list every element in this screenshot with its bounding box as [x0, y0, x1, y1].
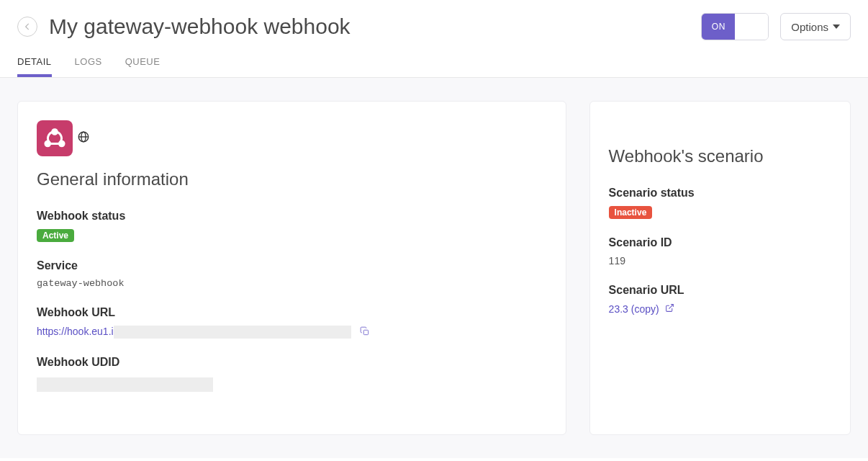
- globe-icon: [77, 130, 90, 146]
- service-value: gateway-webhook: [37, 278, 547, 289]
- options-button[interactable]: Options: [780, 13, 851, 40]
- scenario-url-label: Scenario URL: [609, 284, 831, 297]
- tab-queue[interactable]: QUEUE: [125, 49, 161, 77]
- scenario-id-label: Scenario ID: [609, 236, 831, 249]
- back-button[interactable]: [17, 17, 37, 37]
- toggle-on-label: ON: [702, 14, 735, 40]
- tab-logs[interactable]: LOGS: [75, 49, 102, 77]
- external-link-icon: [665, 303, 674, 315]
- scenario-status-badge: Inactive: [609, 206, 653, 219]
- on-off-toggle[interactable]: ON: [701, 13, 769, 40]
- svg-line-7: [669, 305, 673, 309]
- webhook-udid-redacted: [37, 377, 213, 392]
- chevron-down-icon: [833, 24, 840, 29]
- page-title: My gateway-webhook webhook: [49, 14, 351, 39]
- webhook-icon: [37, 120, 73, 156]
- service-label: Service: [37, 259, 547, 272]
- scenario-title: Webhook's scenario: [609, 146, 831, 166]
- svg-rect-6: [363, 331, 368, 335]
- tab-detail[interactable]: DETAIL: [17, 49, 52, 77]
- general-info-title: General information: [37, 169, 547, 189]
- scenario-url-link[interactable]: 23.3 (copy): [609, 303, 674, 315]
- webhook-url-label: Webhook URL: [37, 306, 547, 319]
- arrow-left-icon: [22, 22, 32, 32]
- webhook-url-link[interactable]: https://hook.eu1.i: [37, 326, 114, 337]
- scenario-url-text: 23.3 (copy): [609, 303, 659, 315]
- general-info-card: General information Webhook status Activ…: [17, 101, 566, 435]
- webhook-udid-label: Webhook UDID: [37, 356, 547, 369]
- toggle-off-slot: [735, 14, 768, 40]
- webhook-status-badge: Active: [37, 229, 74, 242]
- webhook-url-redacted: [114, 326, 351, 339]
- copy-icon: [360, 326, 370, 336]
- copy-url-button[interactable]: [360, 326, 370, 336]
- tabs: DETAIL LOGS QUEUE: [0, 49, 868, 78]
- webhook-status-label: Webhook status: [37, 210, 547, 223]
- scenario-card: Webhook's scenario Scenario status Inact…: [589, 101, 851, 435]
- scenario-id-value: 119: [609, 255, 831, 267]
- scenario-status-label: Scenario status: [609, 187, 831, 200]
- options-label: Options: [791, 21, 828, 33]
